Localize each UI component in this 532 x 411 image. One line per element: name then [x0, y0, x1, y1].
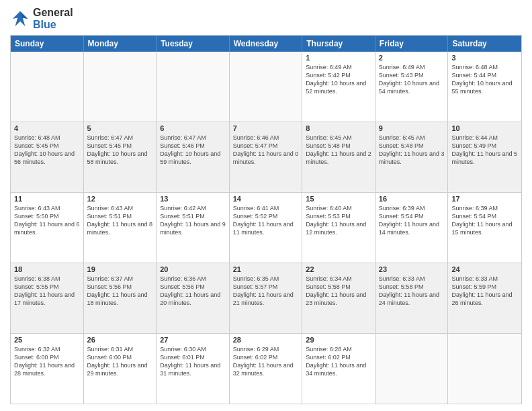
day-info: Sunrise: 6:34 AMSunset: 5:58 PMDaylight:…: [306, 275, 371, 308]
day-info: Sunrise: 6:42 AMSunset: 5:51 PMDaylight:…: [160, 204, 226, 237]
calendar-cell: 25Sunrise: 6:32 AMSunset: 6:00 PMDayligh…: [11, 334, 84, 404]
day-info: Sunrise: 6:41 AMSunset: 5:52 PMDaylight:…: [233, 204, 299, 237]
calendar-cell: 29Sunrise: 6:28 AMSunset: 6:02 PMDayligh…: [302, 334, 375, 404]
day-info: Sunrise: 6:47 AMSunset: 5:45 PMDaylight:…: [87, 134, 153, 167]
calendar-cell: 15Sunrise: 6:40 AMSunset: 5:53 PMDayligh…: [302, 193, 375, 263]
day-info: Sunrise: 6:33 AMSunset: 5:58 PMDaylight:…: [379, 275, 445, 308]
day-number: 8: [306, 124, 371, 132]
calendar-week-3: 11Sunrise: 6:43 AMSunset: 5:50 PMDayligh…: [11, 193, 521, 263]
day-info: Sunrise: 6:31 AMSunset: 6:00 PMDaylight:…: [87, 345, 153, 378]
calendar-cell: 4Sunrise: 6:48 AMSunset: 5:45 PMDaylight…: [11, 122, 84, 192]
calendar-cell: 5Sunrise: 6:47 AMSunset: 5:45 PMDaylight…: [84, 122, 157, 192]
calendar-cell: 26Sunrise: 6:31 AMSunset: 6:00 PMDayligh…: [84, 334, 157, 404]
calendar-cell: 14Sunrise: 6:41 AMSunset: 5:52 PMDayligh…: [230, 193, 303, 263]
day-info: Sunrise: 6:47 AMSunset: 5:46 PMDaylight:…: [160, 134, 226, 167]
day-header-wednesday: Wednesday: [230, 36, 303, 52]
day-number: 23: [379, 265, 445, 273]
calendar-body: 1Sunrise: 6:49 AMSunset: 5:42 PMDaylight…: [11, 52, 521, 404]
day-header-sunday: Sunday: [11, 36, 84, 52]
day-info: Sunrise: 6:37 AMSunset: 5:56 PMDaylight:…: [87, 275, 153, 308]
day-info: Sunrise: 6:38 AMSunset: 5:55 PMDaylight:…: [14, 275, 80, 308]
calendar-cell: 16Sunrise: 6:39 AMSunset: 5:54 PMDayligh…: [375, 193, 449, 263]
day-info: Sunrise: 6:33 AMSunset: 5:59 PMDaylight:…: [451, 275, 518, 308]
page: General Blue SundayMondayTuesdayWednesda…: [0, 0, 532, 411]
calendar-cell: 17Sunrise: 6:39 AMSunset: 5:54 PMDayligh…: [448, 193, 521, 263]
calendar-cell: 13Sunrise: 6:42 AMSunset: 5:51 PMDayligh…: [157, 193, 230, 263]
day-number: 20: [160, 265, 226, 273]
calendar-cell: 2Sunrise: 6:49 AMSunset: 5:43 PMDaylight…: [375, 52, 449, 122]
calendar-cell: 19Sunrise: 6:37 AMSunset: 5:56 PMDayligh…: [84, 263, 157, 333]
day-info: Sunrise: 6:36 AMSunset: 5:56 PMDaylight:…: [160, 275, 226, 308]
calendar-cell: 28Sunrise: 6:29 AMSunset: 6:02 PMDayligh…: [230, 334, 303, 404]
calendar-cell: 20Sunrise: 6:36 AMSunset: 5:56 PMDayligh…: [157, 263, 230, 333]
day-number: 24: [451, 265, 518, 273]
day-number: 10: [451, 124, 518, 132]
day-number: 25: [14, 336, 80, 344]
day-number: 3: [451, 54, 518, 62]
day-info: Sunrise: 6:48 AMSunset: 5:45 PMDaylight:…: [14, 134, 80, 167]
calendar-week-5: 25Sunrise: 6:32 AMSunset: 6:00 PMDayligh…: [11, 334, 521, 404]
day-number: 11: [14, 195, 80, 203]
day-info: Sunrise: 6:29 AMSunset: 6:02 PMDaylight:…: [233, 345, 299, 378]
day-number: 16: [379, 195, 445, 203]
day-number: 29: [306, 336, 371, 344]
day-header-friday: Friday: [375, 36, 449, 52]
day-info: Sunrise: 6:39 AMSunset: 5:54 PMDaylight:…: [379, 204, 445, 237]
calendar-cell: 9Sunrise: 6:45 AMSunset: 5:48 PMDaylight…: [375, 122, 449, 192]
day-info: Sunrise: 6:46 AMSunset: 5:47 PMDaylight:…: [233, 134, 299, 167]
calendar-cell: 8Sunrise: 6:45 AMSunset: 5:48 PMDaylight…: [302, 122, 375, 192]
calendar-cell: 11Sunrise: 6:43 AMSunset: 5:50 PMDayligh…: [11, 193, 84, 263]
day-info: Sunrise: 6:40 AMSunset: 5:53 PMDaylight:…: [306, 204, 371, 237]
calendar-header: SundayMondayTuesdayWednesdayThursdayFrid…: [11, 36, 521, 52]
day-number: 12: [87, 195, 153, 203]
calendar-cell: 7Sunrise: 6:46 AMSunset: 5:47 PMDaylight…: [230, 122, 303, 192]
calendar-cell: [375, 334, 449, 404]
calendar-cell: 12Sunrise: 6:43 AMSunset: 5:51 PMDayligh…: [84, 193, 157, 263]
day-info: Sunrise: 6:39 AMSunset: 5:54 PMDaylight:…: [451, 204, 518, 237]
calendar-cell: [84, 52, 157, 122]
calendar-cell: 24Sunrise: 6:33 AMSunset: 5:59 PMDayligh…: [448, 263, 521, 333]
day-header-tuesday: Tuesday: [157, 36, 230, 52]
calendar-cell: [157, 52, 230, 122]
day-number: 27: [160, 336, 226, 344]
calendar-cell: 1Sunrise: 6:49 AMSunset: 5:42 PMDaylight…: [302, 52, 375, 122]
calendar-week-4: 18Sunrise: 6:38 AMSunset: 5:55 PMDayligh…: [11, 263, 521, 334]
day-info: Sunrise: 6:32 AMSunset: 6:00 PMDaylight:…: [14, 345, 80, 378]
day-info: Sunrise: 6:49 AMSunset: 5:42 PMDaylight:…: [306, 63, 371, 96]
day-info: Sunrise: 6:49 AMSunset: 5:43 PMDaylight:…: [379, 63, 445, 96]
day-info: Sunrise: 6:48 AMSunset: 5:44 PMDaylight:…: [451, 63, 518, 96]
day-number: 5: [87, 124, 153, 132]
day-number: 9: [379, 124, 445, 132]
day-number: 28: [233, 336, 299, 344]
day-number: 1: [306, 54, 371, 62]
day-info: Sunrise: 6:44 AMSunset: 5:49 PMDaylight:…: [451, 134, 518, 167]
calendar-cell: 3Sunrise: 6:48 AMSunset: 5:44 PMDaylight…: [448, 52, 521, 122]
day-number: 15: [306, 195, 371, 203]
day-number: 18: [14, 265, 80, 273]
calendar-cell: 21Sunrise: 6:35 AMSunset: 5:57 PMDayligh…: [230, 263, 303, 333]
logo: General Blue: [10, 7, 73, 31]
day-number: 6: [160, 124, 226, 132]
day-number: 14: [233, 195, 299, 203]
calendar-cell: [448, 334, 521, 404]
day-info: Sunrise: 6:43 AMSunset: 5:50 PMDaylight:…: [14, 204, 80, 237]
day-info: Sunrise: 6:43 AMSunset: 5:51 PMDaylight:…: [87, 204, 153, 237]
day-number: 26: [87, 336, 153, 344]
header: General Blue: [10, 7, 522, 31]
day-number: 2: [379, 54, 445, 62]
calendar-week-1: 1Sunrise: 6:49 AMSunset: 5:42 PMDaylight…: [11, 52, 521, 122]
day-info: Sunrise: 6:45 AMSunset: 5:48 PMDaylight:…: [379, 134, 445, 167]
day-number: 17: [451, 195, 518, 203]
day-number: 19: [87, 265, 153, 273]
day-info: Sunrise: 6:45 AMSunset: 5:48 PMDaylight:…: [306, 134, 371, 167]
logo-text: General Blue: [33, 7, 73, 31]
day-info: Sunrise: 6:35 AMSunset: 5:57 PMDaylight:…: [233, 275, 299, 308]
day-info: Sunrise: 6:30 AMSunset: 6:01 PMDaylight:…: [160, 345, 226, 378]
calendar-cell: [230, 52, 303, 122]
calendar-cell: 18Sunrise: 6:38 AMSunset: 5:55 PMDayligh…: [11, 263, 84, 333]
day-number: 7: [233, 124, 299, 132]
calendar-cell: 10Sunrise: 6:44 AMSunset: 5:49 PMDayligh…: [448, 122, 521, 192]
logo-icon: [10, 9, 30, 29]
svg-marker-0: [13, 11, 28, 27]
day-number: 4: [14, 124, 80, 132]
